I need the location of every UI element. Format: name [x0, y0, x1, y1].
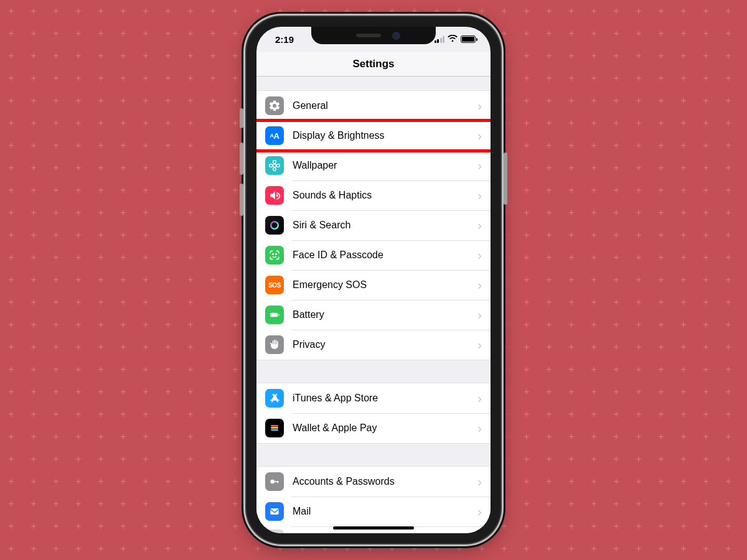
chevron-right-icon: ›	[477, 159, 482, 173]
row-label: Accounts & Passwords	[284, 476, 477, 487]
text-size-icon: AA	[265, 126, 284, 145]
row-wallet-applepay[interactable]: Wallet & Apple Pay ›	[256, 413, 491, 443]
row-label: Mail	[284, 506, 477, 517]
chevron-right-icon: ›	[477, 99, 482, 113]
svg-rect-12	[271, 429, 278, 431]
row-privacy[interactable]: Privacy ›	[256, 330, 491, 360]
row-label: Siri & Search	[284, 220, 477, 231]
mute-switch	[240, 108, 243, 128]
key-icon	[265, 472, 284, 491]
svg-point-0	[273, 164, 276, 167]
row-itunes-appstore[interactable]: iTunes & App Store ›	[256, 383, 491, 413]
row-label: iTunes & App Store	[284, 393, 477, 404]
chevron-right-icon: ›	[477, 218, 482, 233]
svg-rect-11	[271, 427, 278, 429]
highlight-border	[256, 119, 491, 122]
row-accounts-passwords[interactable]: Accounts & Passwords ›	[256, 467, 491, 497]
siri-icon	[265, 216, 284, 235]
highlight-border	[256, 149, 491, 152]
battery-icon	[265, 306, 284, 324]
chevron-right-icon: ›	[477, 475, 482, 489]
phone-frame: 2:19 Settings	[247, 17, 500, 543]
row-mail[interactable]: Mail ›	[256, 497, 491, 526]
svg-rect-8	[270, 313, 278, 317]
notch	[311, 27, 436, 44]
chevron-right-icon: ›	[477, 308, 482, 322]
svg-point-6	[273, 254, 274, 255]
volume-down-button	[240, 184, 243, 216]
svg-point-2	[273, 167, 276, 170]
wallet-icon	[265, 419, 284, 437]
row-label: Display & Brightness	[284, 130, 477, 141]
row-battery[interactable]: Battery ›	[256, 300, 491, 330]
chevron-right-icon: ›	[477, 278, 482, 292]
contacts-icon	[265, 530, 284, 533]
chevron-right-icon: ›	[477, 189, 482, 203]
chevron-right-icon: ›	[477, 248, 482, 263]
row-label: Sounds & Haptics	[284, 190, 477, 201]
svg-point-1	[273, 161, 276, 164]
battery-icon	[461, 35, 476, 43]
row-emergency-sos[interactable]: SOS Emergency SOS ›	[256, 270, 491, 300]
svg-rect-16	[270, 508, 278, 515]
row-label: Battery	[284, 309, 477, 320]
svg-point-7	[276, 254, 277, 255]
home-indicator[interactable]	[333, 526, 414, 530]
row-label: Face ID & Passcode	[284, 250, 477, 261]
volume-up-button	[240, 142, 243, 175]
row-label: Privacy	[284, 339, 477, 350]
device-screen: 2:19 Settings	[256, 27, 491, 533]
chevron-right-icon: ›	[477, 421, 482, 436]
chevron-right-icon: ›	[477, 338, 482, 352]
gear-icon	[265, 96, 284, 115]
row-label: Wallpaper	[284, 160, 477, 171]
sos-icon: SOS	[265, 276, 284, 294]
row-display-brightness[interactable]: AA Display & Brightness ›	[256, 121, 491, 151]
chevron-right-icon: ›	[477, 505, 482, 519]
chevron-right-icon: ›	[477, 532, 482, 534]
chevron-right-icon: ›	[477, 129, 482, 143]
speaker-icon	[265, 186, 284, 205]
cellular-signal-icon	[435, 36, 445, 43]
row-label: Emergency SOS	[284, 279, 477, 291]
row-siri-search[interactable]: Siri & Search ›	[256, 210, 491, 240]
status-time: 2:19	[275, 34, 294, 45]
svg-point-4	[276, 164, 280, 167]
svg-point-3	[270, 164, 273, 167]
mail-icon	[265, 502, 284, 521]
svg-point-13	[270, 480, 275, 484]
face-icon	[265, 246, 284, 264]
page-title: Settings	[352, 58, 394, 70]
power-button	[504, 152, 507, 205]
svg-point-5	[271, 222, 278, 229]
wifi-icon	[448, 34, 458, 44]
hand-icon	[265, 335, 284, 354]
chevron-right-icon: ›	[477, 391, 482, 406]
row-general[interactable]: General ›	[256, 91, 491, 121]
svg-rect-9	[278, 314, 280, 315]
nav-bar: Settings	[256, 52, 491, 77]
flower-icon	[265, 156, 284, 175]
row-label: General	[284, 100, 477, 111]
settings-list: General › AA Display & Brightness ›	[256, 77, 491, 533]
row-wallpaper[interactable]: Wallpaper ›	[256, 151, 491, 180]
appstore-icon	[265, 389, 284, 408]
row-label: Wallet & Apple Pay	[284, 422, 477, 434]
svg-rect-15	[277, 481, 278, 483]
row-faceid-passcode[interactable]: Face ID & Passcode ›	[256, 240, 491, 270]
row-sounds-haptics[interactable]: Sounds & Haptics ›	[256, 180, 491, 210]
svg-rect-10	[271, 425, 278, 427]
